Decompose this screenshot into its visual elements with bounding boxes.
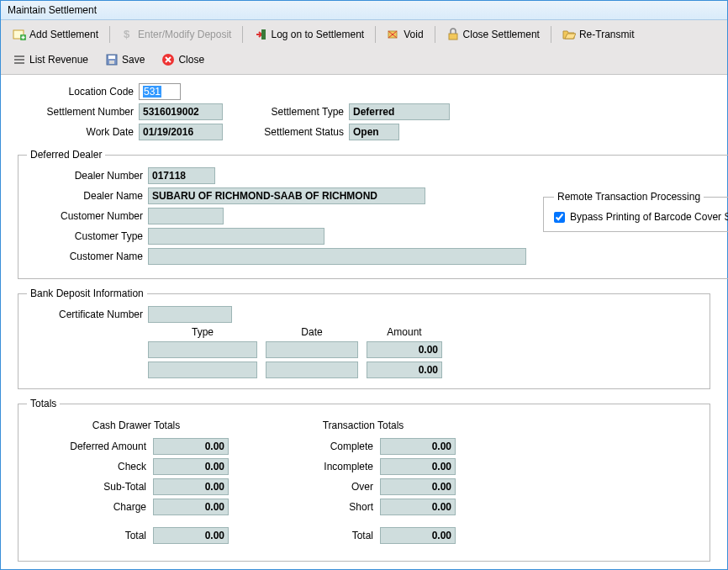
- svg-rect-8: [109, 61, 114, 64]
- dealer-number-field[interactable]: 017118: [148, 167, 215, 184]
- customer-number-label: Customer Number: [27, 210, 148, 222]
- location-code-field[interactable]: 531: [139, 83, 181, 100]
- settlement-number-field[interactable]: 5316019002: [139, 103, 223, 120]
- trans-total-field: 0.00: [380, 527, 456, 544]
- charge-field: 0.00: [153, 499, 229, 515]
- titlebar: Maintain Settlement: [1, 1, 727, 20]
- cash-total-label: Total: [35, 530, 153, 541]
- incomplete-field: 0.00: [380, 458, 456, 475]
- deferred-dealer-group: Deferred Dealer Dealer Number 017118 Dea…: [18, 149, 728, 279]
- window: Maintain Settlement Add Settlement $ Ent…: [0, 0, 728, 570]
- dealer-number-label: Dealer Number: [27, 170, 148, 182]
- bypass-printing-label: Bypass Printing of Barcode Cover Sheet: [570, 211, 728, 223]
- separator: [109, 26, 110, 43]
- logon-settlement-button[interactable]: Log on to Settlement: [246, 24, 372, 45]
- separator: [242, 26, 243, 43]
- bank-row1-date[interactable]: [266, 341, 358, 358]
- close-button[interactable]: Close: [154, 50, 212, 70]
- svg-rect-3: [261, 29, 266, 40]
- remote-transaction-group: Remote Transaction Processing Bypass Pri…: [543, 191, 728, 232]
- settlement-type-field[interactable]: Deferred: [349, 103, 450, 120]
- remote-transaction-legend: Remote Transaction Processing: [554, 191, 704, 203]
- bank-row2-amount[interactable]: 0.00: [367, 362, 442, 378]
- add-settlement-button[interactable]: Add Settlement: [5, 24, 106, 45]
- check-label: Check: [35, 461, 153, 472]
- window-title: Maintain Settlement: [8, 4, 97, 16]
- work-date-field[interactable]: 01/19/2016: [139, 124, 223, 140]
- bank-deposit-group: Bank Deposit Information Certificate Num…: [18, 288, 710, 389]
- cash-drawer-header: Cash Drawer Totals: [35, 420, 237, 431]
- save-button[interactable]: Save: [98, 50, 152, 70]
- settlement-type-label: Settlement Type: [256, 106, 349, 118]
- logon-icon: [254, 28, 267, 41]
- deferred-amount-label: Deferred Amount: [35, 441, 153, 452]
- deferred-dealer-legend: Deferred Dealer: [27, 149, 105, 161]
- separator: [435, 26, 435, 43]
- svg-rect-5: [449, 34, 457, 40]
- charge-label: Charge: [35, 501, 153, 513]
- list-revenue-button[interactable]: List Revenue: [5, 50, 96, 70]
- deferred-amount-field: 0.00: [153, 438, 229, 455]
- bank-row2-type[interactable]: [148, 362, 257, 378]
- settlement-status-label: Settlement Status: [256, 126, 349, 138]
- certificate-number-label: Certificate Number: [27, 309, 148, 320]
- add-icon: [13, 28, 26, 41]
- complete-field: 0.00: [380, 438, 456, 455]
- cash-drawer-column: Cash Drawer Totals Deferred Amount 0.00 …: [35, 420, 237, 547]
- trans-total-label: Total: [262, 530, 380, 541]
- subtotal-label: Sub-Total: [35, 481, 153, 493]
- totals-group: Totals Cash Drawer Totals Deferred Amoun…: [18, 398, 710, 562]
- bank-row1-amount[interactable]: 0.00: [367, 341, 442, 358]
- void-icon: [387, 28, 400, 41]
- svg-rect-7: [108, 55, 115, 59]
- subtotal-field: 0.00: [153, 478, 229, 495]
- bypass-printing-checkbox[interactable]: [554, 212, 565, 223]
- col-amount: Amount: [367, 326, 442, 341]
- check-field: 0.00: [153, 458, 229, 475]
- cash-total-field: 0.00: [153, 527, 229, 544]
- col-date: Date: [266, 326, 358, 341]
- incomplete-label: Incomplete: [262, 461, 380, 472]
- dealer-name-label: Dealer Name: [27, 190, 148, 202]
- list-icon: [13, 53, 26, 66]
- dealer-name-field[interactable]: SUBARU OF RICHMOND-SAAB OF RICHMOND: [148, 187, 425, 204]
- svg-text:$: $: [124, 28, 130, 40]
- dollar-icon: $: [121, 28, 135, 41]
- settlement-number-label: Settlement Number: [18, 106, 139, 118]
- bank-row1-type[interactable]: [148, 341, 257, 358]
- transaction-header: Transaction Totals: [262, 420, 464, 431]
- customer-type-label: Customer Type: [27, 230, 148, 242]
- over-label: Over: [262, 481, 380, 493]
- complete-label: Complete: [262, 441, 380, 452]
- settlement-status-field[interactable]: Open: [349, 124, 399, 140]
- customer-name-label: Customer Name: [27, 251, 148, 262]
- enter-modify-deposit-button: $ Enter/Modify Deposit: [113, 24, 239, 45]
- retransmit-button[interactable]: Re-Transmit: [555, 24, 642, 45]
- lock-icon: [446, 28, 460, 41]
- certificate-number-field[interactable]: [148, 306, 232, 323]
- customer-number-field[interactable]: [148, 208, 224, 224]
- bank-deposit-legend: Bank Deposit Information: [27, 288, 147, 299]
- short-label: Short: [262, 501, 380, 513]
- save-icon: [105, 53, 119, 66]
- customer-name-field[interactable]: [148, 248, 526, 265]
- customer-type-field[interactable]: [148, 228, 324, 245]
- content: Location Code 531 Settlement Number 5316…: [1, 75, 727, 570]
- close-icon: [161, 53, 175, 66]
- void-button[interactable]: Void: [379, 24, 430, 45]
- separator: [375, 26, 376, 43]
- separator: [551, 26, 551, 43]
- transaction-column: Transaction Totals Complete 0.00 Incompl…: [262, 420, 464, 547]
- short-field: 0.00: [380, 499, 456, 515]
- totals-legend: Totals: [27, 398, 60, 409]
- col-type: Type: [148, 326, 257, 341]
- work-date-label: Work Date: [18, 126, 139, 138]
- toolbar: Add Settlement $ Enter/Modify Deposit Lo…: [1, 20, 727, 75]
- close-settlement-button[interactable]: Close Settlement: [439, 24, 547, 45]
- folder-open-icon: [562, 28, 576, 41]
- location-code-label: Location Code: [18, 86, 139, 98]
- bank-row2-date[interactable]: [266, 362, 358, 378]
- over-field: 0.00: [380, 478, 456, 495]
